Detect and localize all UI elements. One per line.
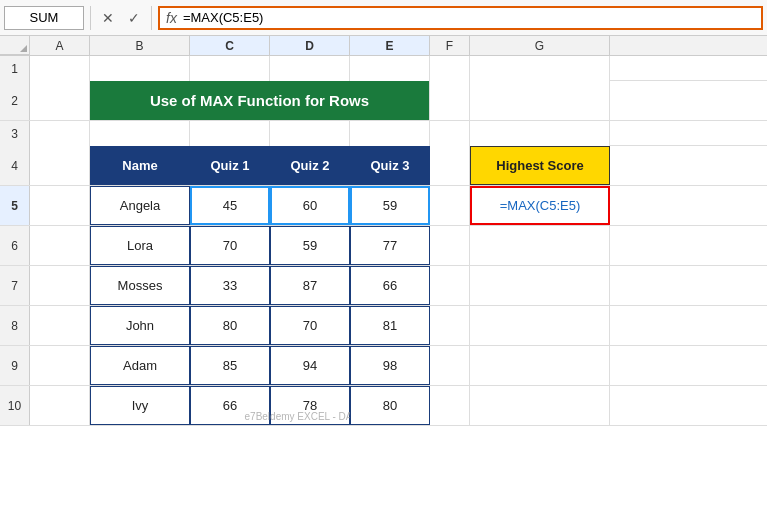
row-num-9: 9 — [0, 346, 30, 385]
cell-a9[interactable] — [30, 346, 90, 385]
grid: 1 2 Use of MAX Function for Rows 3 — [0, 56, 767, 524]
cell-c1[interactable] — [190, 56, 270, 81]
row-6: 6 Lora 70 59 77 — [0, 226, 767, 266]
cell-f7[interactable] — [430, 266, 470, 305]
cell-f4[interactable] — [430, 146, 470, 185]
cell-a6[interactable] — [30, 226, 90, 265]
cell-e3[interactable] — [350, 121, 430, 146]
cell-a10[interactable] — [30, 386, 90, 425]
cell-g3[interactable] — [470, 121, 610, 146]
sep1 — [90, 6, 91, 30]
cell-e10[interactable]: 80 — [350, 386, 430, 425]
cell-a4[interactable] — [30, 146, 90, 185]
cell-a1[interactable] — [30, 56, 90, 81]
cell-g10[interactable] — [470, 386, 610, 425]
cell-e5[interactable]: 59 — [350, 186, 430, 225]
cell-b8[interactable]: John — [90, 306, 190, 345]
cell-e7[interactable]: 66 — [350, 266, 430, 305]
col-header-d[interactable]: D — [270, 36, 350, 55]
cell-d6[interactable]: 59 — [270, 226, 350, 265]
cell-d10-value: 78 — [303, 398, 317, 413]
cell-c9[interactable]: 85 — [190, 346, 270, 385]
cell-a8[interactable] — [30, 306, 90, 345]
cell-d3[interactable] — [270, 121, 350, 146]
cell-g1[interactable] — [470, 56, 610, 81]
cell-b1[interactable] — [90, 56, 190, 81]
row-num-10: 10 — [0, 386, 30, 425]
row-5: 5 Angela 45 60 59 =MAX(C5:E5) — [0, 186, 767, 226]
cell-c4-quiz1: Quiz 1 — [190, 146, 270, 185]
col-header-g[interactable]: G — [470, 36, 610, 55]
cell-c6[interactable]: 70 — [190, 226, 270, 265]
cell-e9[interactable]: 98 — [350, 346, 430, 385]
cell-d7[interactable]: 87 — [270, 266, 350, 305]
cell-d8[interactable]: 70 — [270, 306, 350, 345]
cell-d5[interactable]: 60 — [270, 186, 350, 225]
title-cell: Use of MAX Function for Rows — [90, 81, 430, 120]
cell-f2[interactable] — [430, 81, 470, 120]
cell-e1[interactable] — [350, 56, 430, 81]
cell-d10[interactable]: 78 e7Beldemy EXCEL - DATA BI — [270, 386, 350, 425]
row-num-8: 8 — [0, 306, 30, 345]
cell-b4-name: Name — [90, 146, 190, 185]
cell-a3[interactable] — [30, 121, 90, 146]
col-header-c[interactable]: C — [190, 36, 270, 55]
cell-g8[interactable] — [470, 306, 610, 345]
cell-f1[interactable] — [430, 56, 470, 81]
col-header-e[interactable]: E — [350, 36, 430, 55]
row-num-5: 5 — [0, 186, 30, 225]
col-header-b[interactable]: B — [90, 36, 190, 55]
cell-g9[interactable] — [470, 346, 610, 385]
cell-f3[interactable] — [430, 121, 470, 146]
cell-b3[interactable] — [90, 121, 190, 146]
row-9: 9 Adam 85 94 98 — [0, 346, 767, 386]
cell-a5[interactable] — [30, 186, 90, 225]
cell-c8[interactable]: 80 — [190, 306, 270, 345]
cell-b7[interactable]: Mosses — [90, 266, 190, 305]
cell-b10[interactable]: Ivy — [90, 386, 190, 425]
row-2: 2 Use of MAX Function for Rows — [0, 81, 767, 121]
cell-d1[interactable] — [270, 56, 350, 81]
fx-label: fx — [166, 10, 177, 26]
cell-d4-quiz2: Quiz 2 — [270, 146, 350, 185]
corner-triangle — [20, 45, 27, 52]
formula-bar[interactable]: fx =MAX(C5:E5) — [158, 6, 763, 30]
row-num-1: 1 — [0, 56, 30, 81]
cell-g7[interactable] — [470, 266, 610, 305]
name-box[interactable]: SUM — [4, 6, 84, 30]
cell-f6[interactable] — [430, 226, 470, 265]
col-header-f[interactable]: F — [430, 36, 470, 55]
cell-d9[interactable]: 94 — [270, 346, 350, 385]
row-10: 10 Ivy 66 78 e7Beldemy EXCEL - DATA BI 8… — [0, 386, 767, 426]
row-3: 3 — [0, 121, 767, 146]
cell-f10[interactable] — [430, 386, 470, 425]
cell-e6[interactable]: 77 — [350, 226, 430, 265]
formula-text: =MAX(C5:E5) — [183, 10, 264, 25]
cell-b9[interactable]: Adam — [90, 346, 190, 385]
cell-c3[interactable] — [190, 121, 270, 146]
cell-a2[interactable] — [30, 81, 90, 120]
cell-f5[interactable] — [430, 186, 470, 225]
row-num-2: 2 — [0, 81, 30, 120]
row-4: 4 Name Quiz 1 Quiz 2 Quiz 3 Highest Scor… — [0, 146, 767, 186]
cell-g6[interactable] — [470, 226, 610, 265]
cell-g5-formula[interactable]: =MAX(C5:E5) — [470, 186, 610, 225]
cancel-icon[interactable]: ✕ — [97, 7, 119, 29]
cell-e4-quiz3: Quiz 3 — [350, 146, 430, 185]
cell-f8[interactable] — [430, 306, 470, 345]
cell-c5[interactable]: 45 — [190, 186, 270, 225]
cell-e8[interactable]: 81 — [350, 306, 430, 345]
row-num-7: 7 — [0, 266, 30, 305]
row-1: 1 — [0, 56, 767, 81]
cell-b5[interactable]: Angela — [90, 186, 190, 225]
col-header-a[interactable]: A — [30, 36, 90, 55]
cell-a7[interactable] — [30, 266, 90, 305]
col-header-row: A B C D E F G — [0, 36, 767, 56]
cell-b6[interactable]: Lora — [90, 226, 190, 265]
cell-c7[interactable]: 33 — [190, 266, 270, 305]
cell-c10[interactable]: 66 — [190, 386, 270, 425]
row-num-3: 3 — [0, 121, 30, 146]
cell-f9[interactable] — [430, 346, 470, 385]
confirm-icon[interactable]: ✓ — [123, 7, 145, 29]
cell-g2[interactable] — [470, 81, 610, 120]
